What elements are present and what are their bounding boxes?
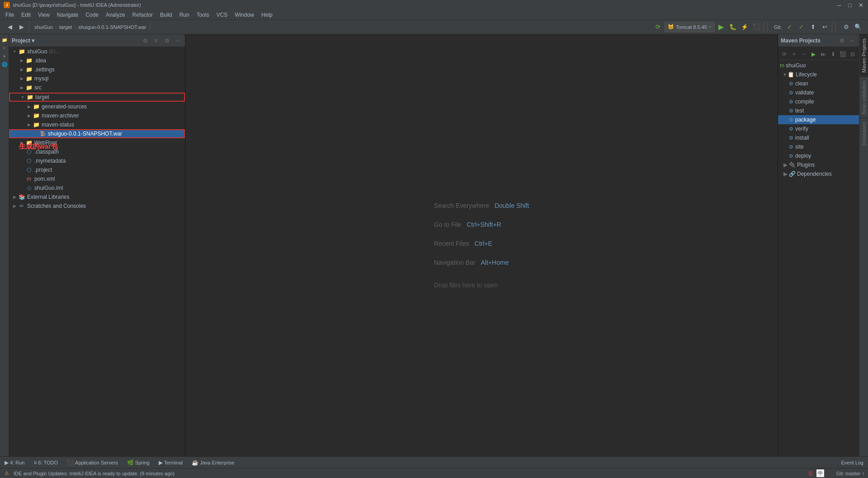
menu-tools[interactable]: Tools [193, 11, 213, 19]
plugins-folder-icon: 🔌 [789, 162, 796, 168]
tab-event-log[interactable]: Event Log [839, 459, 865, 466]
minimize-button[interactable]: ─ [835, 1, 843, 9]
tree-project-file[interactable]: ▶ ⬡ .project [9, 165, 185, 174]
menu-vcs[interactable]: VCS [213, 11, 231, 19]
tree-external-libs[interactable]: ▶ 📚 External Libraries [9, 192, 185, 202]
web-icon[interactable]: 🌐 [1, 61, 8, 68]
tab-maven-projects[interactable]: Maven Projects [860, 34, 868, 76]
java-enterprise-tab-label: Java Enterprise [200, 460, 234, 465]
tab-todo[interactable]: ≡ 6: TODO [32, 459, 60, 467]
maven-hide-btn[interactable]: ─ [847, 36, 856, 45]
tree-iml[interactable]: ▶ ◇ shuiGuo.iml [9, 183, 185, 192]
favorites-icon[interactable]: ★ [1, 52, 8, 60]
maven-site[interactable]: ⚙ site [778, 142, 859, 151]
maven-package-icon: ⚙ [789, 117, 793, 123]
git-status-button[interactable]: ✓ [796, 22, 807, 33]
tab-run[interactable]: ▶ 4: Run [3, 459, 26, 467]
folder-icon-gen: 📁 [33, 103, 40, 110]
menu-refactor[interactable]: Refactor [129, 11, 156, 19]
back-button[interactable]: ◀ [5, 22, 15, 33]
maven-verify[interactable]: ⚙ verify [778, 124, 859, 133]
search-button[interactable]: 🔍 [853, 22, 863, 33]
editor-hints-container: Search Everywhere Double Shift Go to Fil… [434, 202, 529, 289]
tree-mymetadata[interactable]: ▶ ⬡ .mymetadata [9, 156, 185, 165]
tree-maven-archiver[interactable]: ▶ 📁 maven-archiver [9, 111, 185, 120]
close-button[interactable]: ✕ [857, 1, 864, 9]
drop-hint: Drop files here to open [434, 281, 529, 289]
toolbar-sep-2 [835, 23, 836, 32]
git-update-button[interactable]: ⬆ [807, 22, 818, 33]
maven-skip-btn[interactable]: ⏭ [819, 50, 828, 59]
git-check-button[interactable]: ✓ [784, 22, 795, 33]
tab-terminal[interactable]: ▶ Terminal [157, 459, 185, 467]
panel-settings-btn[interactable]: ⚙ [141, 36, 150, 45]
maven-dependencies-group[interactable]: ▶ 🔗 Dependencies [778, 169, 859, 178]
maven-diagram-btn[interactable]: ⬛ [839, 50, 848, 59]
menu-navigate[interactable]: Navigate [53, 11, 82, 19]
tree-src[interactable]: ▶ 📁 src [9, 83, 185, 92]
sync-button[interactable]: ⟳ [653, 22, 664, 33]
project-icon[interactable]: 📁 [1, 36, 8, 43]
maven-lifecycle-group[interactable]: ▾ 📋 Lifecycle [778, 70, 859, 79]
panel-sort-btn[interactable]: ≡ [151, 36, 160, 45]
menu-window[interactable]: Window [231, 11, 258, 19]
tree-scratches[interactable]: ▶ ✏ Scratches and Consoles [9, 202, 185, 211]
hint-key-search: Double Shift [495, 202, 529, 209]
maven-remove-btn[interactable]: − [799, 50, 808, 59]
lifecycle-expand-icon: ▾ [783, 71, 786, 78]
maven-add-btn[interactable]: + [790, 50, 799, 59]
tree-mysql[interactable]: ▶ 📁 mysql [9, 74, 185, 83]
tree-root-shuiguo[interactable]: ▾ 📁 shuiGuo D:\... ① 项目名 [9, 47, 185, 56]
coverage-button[interactable]: ⚡ [739, 22, 750, 33]
menu-view[interactable]: View [34, 11, 53, 19]
tree-maven-status[interactable]: ▶ 📁 maven-status [9, 120, 185, 129]
git-push-button[interactable]: ↩ [819, 22, 830, 33]
maven-plugins-group[interactable]: ▶ 🔌 Plugins [778, 160, 859, 169]
tree-settings[interactable]: ▶ 📁 .settings [9, 65, 185, 74]
tree-generated-sources[interactable]: ▶ 📁 generated-sources [9, 102, 185, 111]
tree-idea[interactable]: ▶ 📁 .idea [9, 56, 185, 65]
maven-package[interactable]: ⚙ package [778, 115, 859, 124]
structure-icon[interactable]: ≡ [1, 44, 8, 52]
tree-war-file[interactable]: 🗜 shuiguo-0.0.1-SNAPSHOT.war ③ 生成的war包 ↗ [9, 129, 185, 138]
tree-pom[interactable]: ▶ m pom.xml [9, 174, 185, 183]
maven-deploy[interactable]: ⚙ deploy [778, 151, 859, 160]
maven-test[interactable]: ⚙ test [778, 106, 859, 115]
menu-run[interactable]: Run [176, 11, 193, 19]
maven-compile[interactable]: ⚙ compile [778, 97, 859, 106]
panel-hide-btn[interactable]: ─ [173, 36, 182, 45]
menu-build[interactable]: Build [156, 11, 176, 19]
window-controls[interactable]: ─ □ ✕ [835, 1, 864, 9]
run-config-dropdown[interactable]: 🐱 Tomcat 8.5.45 ▾ [665, 22, 715, 32]
run-tab-label: 4: Run [10, 460, 24, 465]
menu-help[interactable]: Help [258, 11, 276, 19]
maven-toolbar: ⚙ ─ [837, 36, 856, 45]
tab-app-servers[interactable]: ⬛ Application Servers [65, 459, 120, 467]
maximize-button[interactable]: □ [846, 1, 854, 9]
panel-gear-btn[interactable]: ⚙ [162, 36, 171, 45]
tree-target[interactable]: ▾ 📁 target ② [9, 93, 185, 102]
debug-button[interactable]: 🐛 [727, 22, 738, 33]
maven-clean[interactable]: ⚙ clean [778, 79, 859, 88]
tab-java-enterprise[interactable]: ☕ Java Enterprise [190, 459, 236, 467]
menu-code[interactable]: Code [82, 11, 102, 19]
project-file-icon: ⬡ [25, 166, 33, 173]
maven-settings-btn[interactable]: ⚙ [837, 36, 846, 45]
tab-bean-validation[interactable]: Bean validation [860, 76, 868, 118]
settings-button[interactable]: ⚙ [841, 22, 852, 33]
maven-refresh-btn[interactable]: ⟳ [780, 50, 789, 59]
run-button[interactable]: ▶ [716, 22, 726, 33]
maven-validate[interactable]: ⚙ validate [778, 88, 859, 97]
maven-run-btn[interactable]: ▶ [809, 50, 818, 59]
forward-button[interactable]: ▶ [16, 22, 27, 33]
maven-root[interactable]: m shuiGuo [778, 61, 859, 70]
tab-databases[interactable]: Databases [860, 118, 868, 150]
tab-spring[interactable]: 🌿 Spring [125, 459, 151, 467]
stop-button[interactable]: ⬛ [751, 22, 762, 33]
maven-download-btn[interactable]: ⬇ [829, 50, 838, 59]
maven-install[interactable]: ⚙ install [778, 133, 859, 142]
maven-collapse-btn[interactable]: ⊟ [848, 50, 857, 59]
menu-edit[interactable]: Edit [18, 11, 34, 19]
menu-file[interactable]: File [2, 11, 18, 19]
menu-analyze[interactable]: Analyze [102, 11, 129, 19]
